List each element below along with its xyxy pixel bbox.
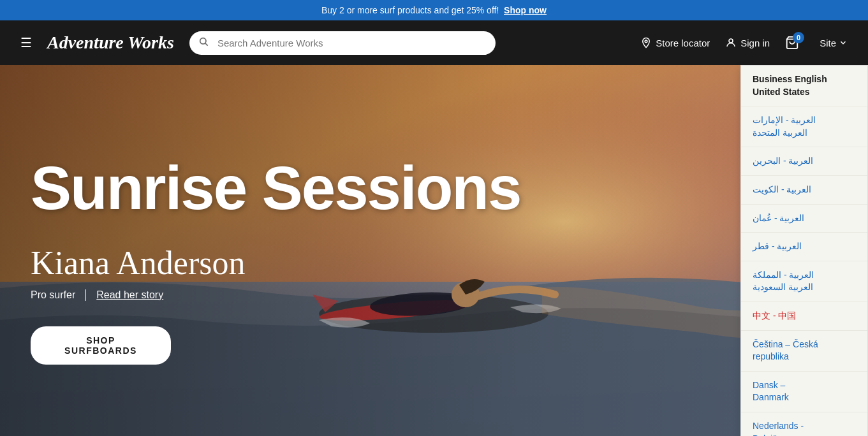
site-logo[interactable]: Adventure Works xyxy=(47,33,174,53)
hero-sub: Pro surfer Read her story xyxy=(31,289,520,301)
svg-point-0 xyxy=(200,38,206,44)
search-wrapper xyxy=(189,31,496,55)
site-dropdown-item-da-dk[interactable]: Dansk –Danmark xyxy=(741,372,867,412)
hero-content: Sunrise Sessions Kiana Anderson Pro surf… xyxy=(31,65,520,436)
search-icon xyxy=(198,36,209,49)
site-dropdown-item-ar-sa[interactable]: العربية - المملكةالعربية السعودية xyxy=(741,261,867,302)
account-icon xyxy=(725,37,737,48)
svg-point-2 xyxy=(645,40,647,43)
hero-section: Sunrise Sessions Kiana Anderson Pro surf… xyxy=(0,65,868,436)
svg-line-1 xyxy=(205,43,208,46)
announcement-text: Buy 2 or more surf products and get 25% … xyxy=(321,5,499,15)
hero-surfer-name: Kiana Anderson xyxy=(31,244,520,282)
shop-surfboards-button[interactable]: SHOP SURFBOARDS xyxy=(31,326,171,365)
site-dropdown-item-cs-cz[interactable]: Čeština – Českárepublika xyxy=(741,331,867,372)
site-dropdown-item-zh-cn[interactable]: 中文 - 中国 xyxy=(741,302,867,331)
announcement-link[interactable]: Shop now xyxy=(504,5,547,15)
site-dropdown-item-nl-be[interactable]: Nederlands -België xyxy=(741,412,867,436)
hero-title: Sunrise Sessions xyxy=(31,157,520,219)
site-dropdown-item-en-us[interactable]: Business EnglishUnited States xyxy=(741,66,867,106)
header-actions: Store locator Sign in 0 Site xyxy=(640,35,853,51)
site-dropdown: Business EnglishUnited Statesالعربية - ا… xyxy=(740,65,868,436)
store-locator-label: Store locator xyxy=(656,38,710,48)
header: ☰ Adventure Works Store locator Sign in xyxy=(0,20,868,65)
site-dropdown-item-ar-bh[interactable]: العربية - البحرين xyxy=(741,147,867,176)
search-input[interactable] xyxy=(189,31,496,55)
sign-in-label: Sign in xyxy=(740,38,770,48)
read-story-link[interactable]: Read her story xyxy=(96,289,163,301)
site-selector-button[interactable]: Site xyxy=(814,35,853,51)
hero-divider xyxy=(85,289,86,301)
cart-button[interactable]: 0 xyxy=(785,36,799,50)
menu-icon[interactable]: ☰ xyxy=(15,30,37,55)
site-label: Site xyxy=(820,38,836,48)
sign-in[interactable]: Sign in xyxy=(725,37,770,48)
site-dropdown-item-ar-qa[interactable]: العربية - قطر xyxy=(741,233,867,261)
hero-surfer-role: Pro surfer xyxy=(31,289,75,301)
svg-point-3 xyxy=(729,39,733,43)
announcement-bar: Buy 2 or more surf products and get 25% … xyxy=(0,0,868,20)
site-dropdown-item-ar-om[interactable]: العربية - عُمان xyxy=(741,205,867,233)
site-dropdown-item-ar-kw[interactable]: العربية - الكويت xyxy=(741,176,867,205)
store-locator[interactable]: Store locator xyxy=(640,37,710,48)
location-icon xyxy=(640,37,652,48)
chevron-down-icon xyxy=(839,38,848,47)
cart-count: 0 xyxy=(793,32,804,43)
site-dropdown-item-ar-ae[interactable]: العربية - الإماراتالعربية المتحدة xyxy=(741,106,867,147)
